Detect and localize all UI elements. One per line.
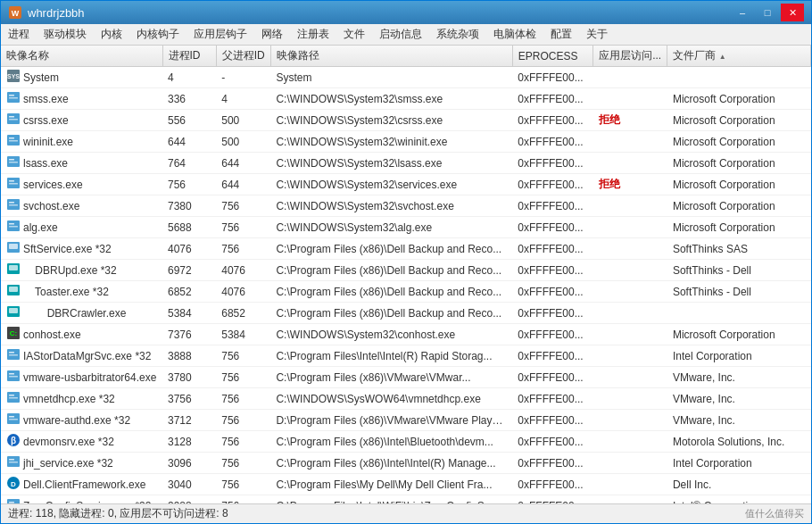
table-body: SYS System 4 - System 0xFFFFE00... smss.… bbox=[1, 67, 811, 504]
cell-ppid: 756 bbox=[216, 217, 270, 238]
table-row[interactable]: DBRCrawler.exe 5384 6852 C:\Program File… bbox=[1, 303, 811, 324]
col-header-path[interactable]: 映像路径 bbox=[270, 46, 512, 67]
cell-ppid: 756 bbox=[216, 345, 270, 367]
menu-item-2[interactable]: 内核 bbox=[94, 24, 129, 45]
table-row[interactable]: β devmonsrv.exe *32 3128 756 C:\Program … bbox=[1, 431, 811, 453]
process-name: svchost.exe bbox=[23, 200, 79, 212]
main-window: W whrdrjzbbh – □ ✕ 进程驱动模块内核内核钩子应用层钩子网络注册… bbox=[0, 0, 812, 524]
table-row[interactable]: vmware-usbarbitrator64.exe 3780 756 C:\P… bbox=[1, 367, 811, 388]
cell-vendor: Microsoft Corporation bbox=[667, 110, 811, 131]
table-row[interactable]: IAStorDataMgrSvc.exe *32 3888 756 C:\Pro… bbox=[1, 345, 811, 367]
close-button[interactable]: ✕ bbox=[781, 4, 804, 21]
svg-rect-17 bbox=[9, 180, 14, 182]
minimize-button[interactable]: – bbox=[731, 4, 754, 21]
cell-eprocess: 0xFFFFE00... bbox=[512, 303, 592, 324]
cell-vendor: SoftThinks - Dell bbox=[667, 260, 811, 281]
maximize-button[interactable]: □ bbox=[756, 4, 779, 21]
menu-item-8[interactable]: 启动信息 bbox=[372, 24, 429, 45]
cell-ppid: 756 bbox=[216, 388, 270, 410]
menu-item-7[interactable]: 文件 bbox=[336, 24, 372, 45]
table-row[interactable]: vmnetdhcp.exe *32 3756 756 C:\WINDOWS\Sy… bbox=[1, 388, 811, 410]
cell-path: C:\WINDOWS\System32\alg.exe bbox=[270, 217, 512, 238]
menu-item-4[interactable]: 应用层钩子 bbox=[186, 24, 254, 45]
cell-ppid: 756 bbox=[216, 495, 270, 504]
col-header-access[interactable]: 应用层访问... bbox=[593, 46, 667, 67]
table-row[interactable]: DBRUpd.exe *32 6972 4076 C:\Program File… bbox=[1, 260, 811, 281]
cell-eprocess: 0xFFFFE00... bbox=[512, 495, 592, 504]
table-row[interactable]: SftService.exe *32 4076 756 C:\Program F… bbox=[1, 238, 811, 260]
menu-item-3[interactable]: 内核钩子 bbox=[129, 24, 186, 45]
table-row[interactable]: svchost.exe 7380 756 C:\WINDOWS\System32… bbox=[1, 195, 811, 217]
process-icon bbox=[6, 176, 21, 193]
menu-item-11[interactable]: 配置 bbox=[543, 24, 579, 45]
cell-pid: 4076 bbox=[162, 238, 216, 260]
cell-ppid: 756 bbox=[216, 474, 270, 495]
table-row[interactable]: lsass.exe 764 644 C:\WINDOWS\System32\ls… bbox=[1, 153, 811, 174]
col-header-pid[interactable]: 进程ID bbox=[162, 46, 216, 67]
cell-ppid: 6852 bbox=[216, 303, 270, 324]
cell-vendor: Intel Corporation bbox=[667, 345, 811, 367]
cell-eprocess: 0xFFFFE00... bbox=[512, 88, 592, 110]
table-row[interactable]: services.exe 756 644 C:\WINDOWS\System32… bbox=[1, 174, 811, 195]
table-row[interactable]: alg.exe 5688 756 C:\WINDOWS\System32\alg… bbox=[1, 217, 811, 238]
process-name: wininit.exe bbox=[23, 136, 73, 148]
table-row[interactable]: ZeroConfigService.exe *32 2988 756 C:\Pr… bbox=[1, 495, 811, 504]
svg-rect-50 bbox=[9, 459, 14, 461]
cell-eprocess: 0xFFFFE00... bbox=[512, 345, 592, 367]
menu-item-6[interactable]: 注册表 bbox=[290, 24, 336, 45]
process-name: DBRUpd.exe *32 bbox=[23, 264, 117, 277]
process-name: IAStorDataMgrSvc.exe *32 bbox=[23, 350, 151, 362]
process-table-container[interactable]: 映像名称 进程ID 父进程ID 映像路径 EPROCESS 应用层访问... 文… bbox=[1, 46, 811, 503]
table-row[interactable]: Toaster.exe *32 6852 4076 C:\Program Fil… bbox=[1, 281, 811, 303]
cell-name: csrss.exe bbox=[1, 110, 162, 131]
svg-rect-23 bbox=[9, 223, 14, 225]
cell-eprocess: 0xFFFFE00... bbox=[512, 67, 592, 88]
cell-pid: 556 bbox=[162, 110, 216, 131]
process-icon bbox=[6, 347, 21, 364]
cell-vendor: VMware, Inc. bbox=[667, 388, 811, 410]
cell-access bbox=[593, 474, 667, 495]
cell-access bbox=[593, 281, 667, 303]
cell-pid: 644 bbox=[162, 131, 216, 153]
table-row[interactable]: SYS System 4 - System 0xFFFFE00... bbox=[1, 67, 811, 88]
cell-path: D:\Program Files (x86)\VMware\VMware Pla… bbox=[270, 410, 512, 431]
cell-vendor: Microsoft Corporation bbox=[667, 131, 811, 153]
cell-access bbox=[593, 238, 667, 260]
col-header-vendor[interactable]: 文件厂商 ▲ bbox=[667, 46, 811, 67]
process-name: Dell.ClientFramework.exe bbox=[23, 478, 145, 491]
process-icon bbox=[6, 219, 21, 236]
process-name: jhi_service.exe *32 bbox=[23, 457, 113, 470]
svg-rect-18 bbox=[9, 183, 18, 185]
table-row[interactable]: smss.exe 336 4 C:\WINDOWS\System32\smss.… bbox=[1, 88, 811, 110]
cell-vendor: Microsoft Corporation bbox=[667, 195, 811, 217]
cell-ppid: 756 bbox=[216, 453, 270, 474]
col-header-ppid[interactable]: 父进程ID bbox=[216, 46, 270, 67]
cell-pid: 336 bbox=[162, 88, 216, 110]
table-row[interactable]: wininit.exe 644 500 C:\WINDOWS\System32\… bbox=[1, 131, 811, 153]
cell-ppid: 756 bbox=[216, 238, 270, 260]
cell-pid: 3128 bbox=[162, 431, 216, 453]
col-header-name[interactable]: 映像名称 bbox=[1, 46, 162, 67]
svg-rect-26 bbox=[9, 244, 18, 249]
cell-path: C:\WINDOWS\System32\smss.exe bbox=[270, 88, 512, 110]
menu-item-1[interactable]: 驱动模块 bbox=[37, 24, 94, 45]
cell-pid: 756 bbox=[162, 174, 216, 195]
col-header-eprocess[interactable]: EPROCESS bbox=[512, 46, 592, 67]
cell-pid: 5384 bbox=[162, 303, 216, 324]
cell-path: C:\Program Files\My Dell\My Dell Client … bbox=[270, 474, 512, 495]
table-row[interactable]: csrss.exe 556 500 C:\WINDOWS\System32\cs… bbox=[1, 110, 811, 131]
table-row[interactable]: C: conhost.exe 7376 5384 C:\WINDOWS\Syst… bbox=[1, 324, 811, 345]
menu-item-0[interactable]: 进程 bbox=[1, 24, 37, 45]
table-row[interactable]: D Dell.ClientFramework.exe 3040 756 C:\P… bbox=[1, 474, 811, 495]
menu-item-5[interactable]: 网络 bbox=[254, 24, 290, 45]
table-row[interactable]: jhi_service.exe *32 3096 756 C:\Program … bbox=[1, 453, 811, 474]
table-row[interactable]: vmware-authd.exe *32 3712 756 D:\Program… bbox=[1, 410, 811, 431]
process-icon bbox=[6, 304, 21, 321]
menu-item-12[interactable]: 关于 bbox=[579, 24, 615, 45]
cell-access bbox=[593, 324, 667, 345]
menu-item-10[interactable]: 电脑体检 bbox=[486, 24, 543, 45]
menu-item-9[interactable]: 系统杂项 bbox=[429, 24, 486, 45]
cell-access bbox=[593, 495, 667, 504]
cell-access bbox=[593, 388, 667, 410]
cell-name: jhi_service.exe *32 bbox=[1, 453, 162, 474]
